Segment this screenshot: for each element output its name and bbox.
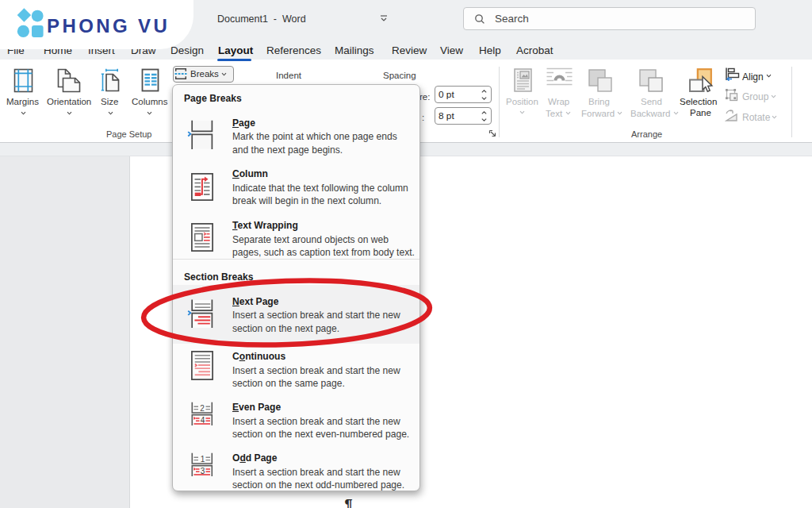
svg-text:2: 2 (200, 404, 205, 413)
svg-text:4: 4 (201, 416, 205, 425)
svg-text:1: 1 (201, 455, 205, 464)
svg-text:3: 3 (201, 467, 205, 475)
